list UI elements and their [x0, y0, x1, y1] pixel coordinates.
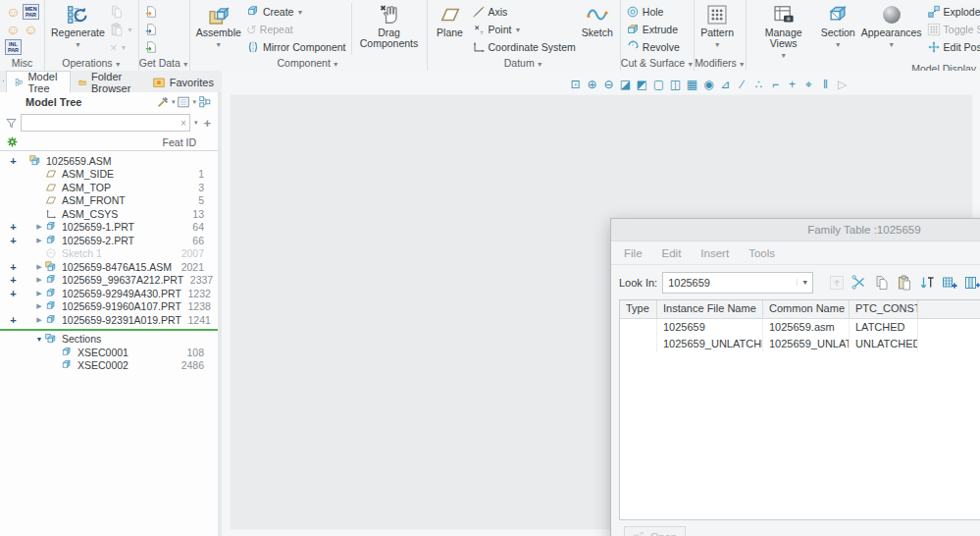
column-header-ptc-constr[interactable]: PTC_CONSTR	[850, 300, 918, 318]
group-dropdown-icon[interactable]: ▼	[333, 61, 339, 68]
mapkey-button[interactable]: INL PAR	[5, 38, 22, 55]
mapkey-button[interactable]: ☺	[5, 3, 22, 20]
tree-filters-dropdown[interactable]: ▾	[172, 98, 176, 106]
appearance-gallery-icon[interactable]: ◉	[700, 76, 717, 93]
menu-file[interactable]: File	[624, 247, 643, 259]
tree-expand-toggle[interactable]: +	[8, 274, 19, 286]
tree-item[interactable]: Sketch 12007	[0, 247, 218, 261]
show-panel-icon[interactable]	[198, 95, 212, 109]
axis-display-icon[interactable]: ∕	[734, 76, 750, 93]
tree-expand-toggle[interactable]: +	[8, 155, 19, 167]
table-row[interactable]: 10256591025659.asmLATCHED	[620, 319, 980, 336]
tree-search-box[interactable]: ×	[21, 114, 190, 132]
zoom-in-icon[interactable]: ⊕	[584, 76, 600, 93]
cut-button[interactable]	[848, 271, 870, 294]
paste-button[interactable]	[893, 271, 915, 294]
ribbon-button-axis[interactable]: Axis	[470, 3, 578, 21]
tree-item[interactable]: ASM_FRONT5	[0, 194, 218, 208]
ribbon-button-hole[interactable]: Hole	[624, 3, 682, 21]
tree-expand-toggle[interactable]: +	[8, 221, 19, 233]
plane-display-icon[interactable]: ⊿	[717, 76, 734, 93]
filter-funnel-icon[interactable]	[5, 117, 18, 130]
tree-item[interactable]: ASM_SIDE1	[0, 168, 218, 182]
tree-expand-toggle[interactable]: +	[8, 288, 19, 299]
ribbon-button-import-shrinkwrap[interactable]	[142, 38, 160, 56]
pause-icon[interactable]: ‖	[817, 76, 834, 93]
combobox-dropdown-icon[interactable]: ▼	[797, 279, 812, 286]
group-dropdown-icon[interactable]: ▼	[182, 61, 189, 68]
repaint-icon[interactable]: ◪	[617, 76, 634, 93]
open-button[interactable]: Open	[624, 526, 686, 536]
csys-display-icon[interactable]: ⌐	[767, 76, 784, 93]
point-display-icon[interactable]: ∴	[750, 76, 767, 93]
tree-item[interactable]: +▶1025659-92949A430.PRT1232	[0, 287, 218, 300]
tree-arrow-toggle[interactable]: ▼	[34, 336, 44, 343]
tree-item[interactable]: +▶1025659-92391A019.PRT1241	[0, 313, 218, 327]
dropdown-arrow-icon[interactable]: ▼	[514, 27, 521, 33]
group-dropdown-icon[interactable]: ▼	[687, 61, 694, 68]
dropdown-arrow-icon[interactable]: ▼	[75, 39, 81, 50]
ribbon-button-create-component[interactable]: Create▼	[244, 3, 348, 21]
ribbon-button-edit-position[interactable]: Edit Position	[925, 38, 980, 56]
column-header-common-name[interactable]: Common Name	[763, 300, 850, 318]
mapkey-button[interactable]: ☺	[23, 21, 39, 37]
enhanced-realism-icon[interactable]: ◩	[634, 76, 650, 93]
tree-arrow-toggle[interactable]: ▶	[34, 223, 44, 231]
ribbon-button-import-file[interactable]	[142, 21, 160, 38]
saved-orientations-icon[interactable]: ◫	[667, 76, 684, 93]
tree-arrow-toggle[interactable]: ▶	[34, 263, 44, 271]
dropdown-arrow-icon[interactable]: ▼	[127, 27, 133, 33]
dropdown-arrow-icon[interactable]: ▼	[120, 44, 127, 51]
ribbon-button-exploded-view[interactable]: Exploded View	[925, 3, 980, 21]
ribbon-button-csys[interactable]: Coordinate System	[470, 38, 578, 56]
ribbon-button-sketch[interactable]: Sketch	[578, 2, 617, 39]
tree-gear-icon[interactable]	[6, 135, 19, 148]
tree-arrow-toggle[interactable]: ▶	[34, 316, 44, 324]
ribbon-group-label[interactable]: Misc	[0, 56, 44, 71]
ribbon-button-revolve[interactable]: Revolve	[624, 38, 682, 56]
group-dropdown-icon[interactable]: ▼	[115, 61, 122, 68]
ribbon-button-pattern[interactable]: Pattern▼	[697, 2, 737, 51]
tree-item[interactable]: ▼Sections	[0, 333, 218, 347]
ribbon-button-mirror-component[interactable]: Mirror Component	[244, 38, 348, 56]
clear-search-icon[interactable]: ×	[178, 118, 189, 129]
ribbon-button-point[interactable]: Point▼	[470, 21, 578, 38]
add-instance-button[interactable]	[938, 271, 960, 294]
group-dropdown-icon[interactable]: ▼	[537, 61, 543, 68]
tab-model-tree[interactable]: Model Tree	[6, 71, 71, 92]
insert-column-button[interactable]	[960, 271, 980, 294]
dropdown-arrow-icon[interactable]: ▼	[296, 9, 303, 16]
tree-item[interactable]: +▶1025659-1.PRT64	[0, 221, 218, 235]
tree-item[interactable]: ASM_CSYS13	[0, 207, 218, 221]
look-in-combobox[interactable]: 1025659 ▼	[662, 272, 813, 294]
tree-expand-toggle[interactable]: +	[8, 261, 19, 273]
tree-arrow-toggle[interactable]: ▶	[34, 237, 44, 244]
mapkey-button[interactable]: MEN PAR	[23, 3, 39, 20]
tree-item[interactable]: +▶1025659_99637A212.PRT2337	[0, 274, 218, 288]
sort-button[interactable]	[915, 271, 938, 294]
insert-here-indicator[interactable]	[0, 329, 218, 331]
dropdown-arrow-icon[interactable]: ▼	[780, 50, 787, 61]
tree-expand-toggle[interactable]: +	[8, 314, 19, 326]
zoom-out-icon[interactable]: ⊖	[600, 76, 617, 93]
ribbon-group-label[interactable]: Modifiers▼	[695, 56, 746, 71]
group-dropdown-icon[interactable]: ▼	[739, 61, 746, 68]
tree-settings-dropdown[interactable]: ▾	[192, 98, 196, 106]
ribbon-group-label[interactable]: Operations▼	[45, 56, 138, 71]
table-row[interactable]: 1025659_UNLATCHED1025659_UNLATCHUNLATCHE…	[620, 336, 980, 352]
display-style-icon[interactable]: ▢	[650, 76, 667, 93]
tree-item[interactable]: ▶1025659-91960A107.PRT1238	[0, 300, 218, 314]
tree-settings-icon[interactable]	[177, 95, 190, 109]
tab-folder-browser[interactable]: Folder Browser	[71, 72, 143, 92]
ribbon-button-drag-components[interactable]: Drag Components	[355, 2, 424, 50]
ribbon-group-label[interactable]: Datum▼	[428, 56, 620, 71]
tab-favorites[interactable]: Favorites	[144, 72, 222, 92]
mapkey-button[interactable]: ☺	[5, 21, 22, 37]
ribbon-button-extrude[interactable]: Extrude	[624, 21, 682, 38]
column-header-instance-file-name[interactable]: Instance File Name	[657, 300, 763, 318]
ribbon-button-manage-views[interactable]: Manage Views▼	[749, 2, 818, 62]
search-options-dropdown[interactable]: ▾	[193, 119, 199, 127]
ribbon-button-appearances[interactable]: Appearances▼	[858, 2, 925, 51]
ribbon-group-label[interactable]: Get Data▼	[139, 56, 189, 71]
resume-icon[interactable]: ▷	[834, 76, 851, 93]
